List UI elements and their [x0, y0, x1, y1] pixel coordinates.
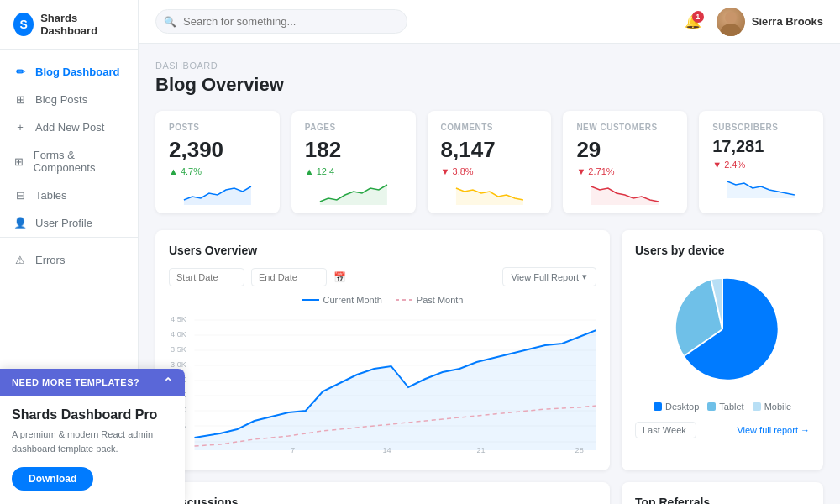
search-wrap: 🔍 — [155, 9, 407, 34]
device-legend: Desktop Tablet Mobile — [635, 402, 810, 412]
sidebar-item-add-post[interactable]: + Add New Post — [0, 113, 138, 141]
user-menu[interactable]: Sierra Brooks — [717, 8, 823, 36]
stat-card-subscribers: SUBSCRIBERS 17,281 ▼ 2.4% — [699, 111, 823, 213]
referrals-panel: Top Referrals GitHub 19,291 Stack Overfl… — [622, 482, 823, 504]
sidebar-label-add-post: Add New Post — [35, 121, 104, 134]
desktop-dot — [654, 402, 662, 411]
svg-text:7: 7 — [291, 446, 295, 454]
pie-chart — [664, 270, 781, 388]
stat-label-posts: POSTS — [169, 123, 266, 132]
grid-icon: ⊞ — [13, 93, 27, 106]
sidebar-item-blog-posts[interactable]: ⊞ Blog Posts — [0, 86, 138, 113]
end-date-input[interactable] — [251, 268, 327, 286]
table-icon: ⊟ — [13, 189, 27, 202]
sidebar-label-errors: Errors — [35, 254, 65, 266]
promo-header-text: NEED MORE TEMPLATES? — [12, 377, 139, 387]
main-content: 🔍 🔔 1 Sierra Brooks DASHBOARD Blog Overv… — [139, 0, 840, 504]
stat-change-customers: ▼ 2.71% — [576, 166, 674, 176]
warning-icon: ⚠ — [13, 254, 27, 266]
sidebar-item-user-profile[interactable]: 👤 User Profile — [0, 209, 138, 237]
legend-current: Current Month — [302, 295, 382, 305]
page-content: DASHBOARD Blog Overview POSTS 2,390 ▲ 4.… — [139, 44, 840, 504]
promo-download-button[interactable]: Download — [12, 467, 93, 491]
stat-value-subscribers: 17,281 — [712, 137, 810, 156]
stat-label-subscribers: SUBSCRIBERS — [712, 123, 810, 132]
sidebar-label-blog-dashboard: Blog Dashboard — [35, 66, 119, 78]
users-overview-panel: Users Overview 📅 View Full Report ▾ — [155, 230, 610, 470]
svg-point-1 — [721, 24, 741, 36]
pencil-icon: ✏ — [13, 66, 27, 78]
users-chart: 4.5K 4.0K 3.5K 3.0K 2.5K 2.0K 1.5K 1.0K … — [169, 312, 596, 454]
mobile-label: Mobile — [764, 402, 791, 412]
devices-footer: Last Week Last Month View full report → — [635, 422, 810, 438]
bottom-row: Users Overview 📅 View Full Report ▾ — [155, 230, 823, 470]
stat-label-comments: COMMENTS — [441, 123, 538, 132]
promo-popup: NEED MORE TEMPLATES? ⌃ Shards Dashboard … — [0, 369, 185, 504]
sidebar-item-forms[interactable]: ⊞ Forms & Components — [0, 141, 138, 181]
bottom-row2: Discussions John Doe on Hello World!: 3 … — [155, 482, 823, 504]
notification-badge: 1 — [692, 11, 704, 23]
stat-cards: POSTS 2,390 ▲ 4.7% PAGES 182 ▲ 12.4 — [155, 111, 823, 213]
svg-text:4.5K: 4.5K — [171, 315, 186, 323]
sidebar-label-tables: Tables — [35, 189, 67, 202]
chart-controls-right: View Full Report ▾ — [502, 267, 597, 286]
stat-value-comments: 8,147 — [441, 137, 538, 163]
notification-bell[interactable]: 🔔 1 — [680, 8, 706, 35]
svg-text:28: 28 — [575, 446, 584, 454]
stat-card-comments: COMMENTS 8,147 ▼ 3.8% — [428, 111, 552, 213]
promo-header: NEED MORE TEMPLATES? ⌃ — [0, 369, 185, 396]
svg-text:21: 21 — [476, 446, 485, 454]
sidebar-item-tables[interactable]: ⊟ Tables — [0, 181, 138, 209]
sparkline-subscribers — [712, 175, 810, 198]
legend-mobile: Mobile — [753, 402, 791, 412]
chevron-down-icon: ▾ — [582, 271, 587, 282]
sparkline-comments — [441, 181, 538, 205]
sidebar-nav: ✏ Blog Dashboard ⊞ Blog Posts + Add New … — [0, 50, 138, 369]
sidebar-logo[interactable]: S Shards Dashboard — [0, 0, 138, 50]
search-input[interactable] — [155, 9, 407, 34]
promo-title: Shards Dashboard Pro — [12, 407, 173, 423]
sparkline-posts — [169, 181, 266, 205]
stat-card-customers: NEW CUSTOMERS 29 ▼ 2.71% — [563, 111, 687, 213]
legend-desktop: Desktop — [654, 402, 699, 412]
svg-text:3.0K: 3.0K — [171, 360, 186, 369]
calendar-icon[interactable]: 📅 — [333, 271, 346, 283]
users-overview-title: Users Overview — [169, 244, 596, 257]
referrals-title: Top Referrals — [635, 496, 810, 504]
mobile-dot — [753, 402, 761, 411]
pie-chart-wrap — [635, 270, 810, 388]
stat-value-posts: 2,390 — [169, 137, 266, 163]
start-date-input[interactable] — [169, 268, 244, 286]
forms-icon: ⊞ — [13, 155, 25, 168]
stat-change-pages: ▲ 12.4 — [305, 166, 402, 176]
svg-text:4.0K: 4.0K — [171, 330, 186, 339]
promo-body: Shards Dashboard Pro A premium & modern … — [0, 396, 185, 504]
svg-point-0 — [725, 12, 737, 24]
stat-card-posts: POSTS 2,390 ▲ 4.7% — [155, 111, 280, 213]
svg-text:3.5K: 3.5K — [171, 345, 186, 354]
chart-legend: Current Month Past Month — [169, 295, 596, 305]
user-name: Sierra Brooks — [752, 15, 823, 28]
avatar-image — [717, 8, 745, 36]
stat-value-pages: 182 — [305, 137, 402, 163]
sparkline-customers — [576, 181, 674, 205]
svg-marker-20 — [195, 330, 596, 450]
sidebar-label-user-profile: User Profile — [35, 217, 92, 229]
promo-description: A premium & modern React admin dashboard… — [12, 428, 173, 455]
legend-past-label: Past Month — [417, 295, 464, 305]
tablet-dot — [707, 402, 716, 411]
view-full-report-button[interactable]: View Full Report ▾ — [502, 267, 597, 286]
legend-tablet: Tablet — [707, 402, 743, 412]
devices-title: Users by device — [635, 244, 810, 257]
sidebar-item-blog-dashboard[interactable]: ✏ Blog Dashboard — [0, 58, 138, 86]
legend-current-label: Current Month — [323, 295, 382, 305]
discussions-title: Discussions — [169, 496, 596, 504]
view-full-report-link[interactable]: View full report → — [737, 425, 810, 435]
desktop-label: Desktop — [665, 402, 699, 412]
promo-collapse-icon[interactable]: ⌃ — [163, 375, 174, 389]
period-select[interactable]: Last Week Last Month — [635, 422, 696, 438]
sidebar-item-errors[interactable]: ⚠ Errors — [0, 246, 138, 274]
view-report-label: View Full Report — [512, 272, 580, 282]
breadcrumb: DASHBOARD — [155, 60, 823, 71]
header: 🔍 🔔 1 Sierra Brooks — [139, 0, 840, 44]
